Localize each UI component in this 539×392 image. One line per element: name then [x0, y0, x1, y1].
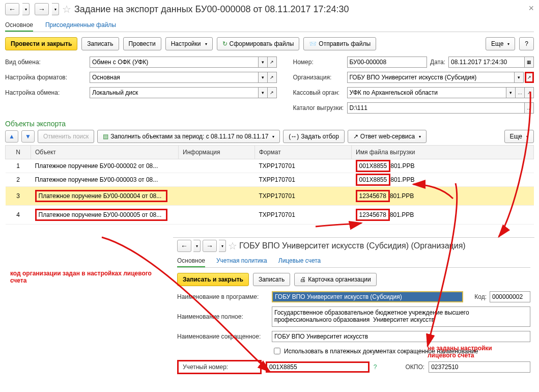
- set-filter-button[interactable]: (↔)Задать отбор: [283, 130, 345, 143]
- post-button[interactable]: Провести: [123, 37, 161, 50]
- sub-tab-main[interactable]: Основное: [177, 255, 205, 267]
- sub-back-dropdown[interactable]: ▾: [193, 240, 201, 252]
- more-label: Еще: [491, 40, 503, 47]
- sub-save-close-button[interactable]: Записать и закрыть: [177, 273, 249, 286]
- okpo-label: ОКПО:: [406, 363, 425, 371]
- acct-label: Учетный номер:: [177, 360, 262, 374]
- save-button[interactable]: Записать: [81, 37, 119, 50]
- more-button[interactable]: Еще▾: [486, 37, 515, 50]
- sub-back-button[interactable]: ←: [177, 240, 191, 252]
- acct-input[interactable]: [266, 361, 370, 373]
- table-row[interactable]: 1 Платежное поручение БУ00-000002 от 08.…: [6, 159, 534, 173]
- exchange-type-label: Вид обмена:: [5, 59, 87, 66]
- exchange-settings-label: Настройка обмена:: [5, 89, 87, 96]
- objects-more-button[interactable]: Еще▾: [504, 130, 534, 143]
- sub-save-button[interactable]: Записать: [253, 273, 290, 286]
- chevron-down-icon: ▾: [507, 42, 509, 46]
- name-full-input[interactable]: [272, 306, 530, 327]
- col-object[interactable]: Объект: [31, 146, 179, 159]
- sub-card-button[interactable]: 🖨Карточка организации: [294, 273, 377, 286]
- send-files-button[interactable]: 📨Отправить файлы: [303, 37, 376, 50]
- tab-main[interactable]: Основное: [5, 19, 33, 32]
- sub-forward-dropdown[interactable]: ▾: [219, 240, 226, 252]
- name-short-input[interactable]: [272, 331, 530, 342]
- fill-period-button[interactable]: ▤Заполнить объектами за период: с 08.11.…: [97, 130, 280, 143]
- sub-title: ГОБУ ВПО Университет искусств (Субсидия)…: [239, 241, 466, 250]
- format-settings-field[interactable]: ▾↗: [90, 72, 277, 83]
- print-icon: 🖨: [300, 276, 306, 283]
- open-icon: ↗: [353, 133, 358, 140]
- move-down-button[interactable]: ▼: [21, 130, 35, 143]
- web-answer-button[interactable]: ↗Ответ web-сервиса▾: [348, 130, 427, 143]
- code-input[interactable]: [490, 291, 530, 302]
- settings-button[interactable]: Настройки▾: [165, 37, 213, 50]
- page-title: Задание на экспорт данных БУ00-000008 от…: [74, 4, 349, 15]
- cancel-search-button[interactable]: Отменить поиск: [38, 130, 94, 143]
- sub-card-label: Карточка организации: [308, 276, 371, 283]
- name-prog-label: Наименование в программе:: [177, 293, 269, 300]
- objects-table: N Объект Информация Формат Имя файла выг…: [5, 145, 534, 225]
- close-button[interactable]: ×: [528, 3, 534, 14]
- sub-tab-accounts[interactable]: Лицевые счета: [278, 255, 321, 267]
- sub-favorite-star-icon[interactable]: ☆: [228, 240, 237, 252]
- back-history-dropdown[interactable]: ▾: [22, 3, 30, 15]
- sub-forward-button[interactable]: →: [203, 240, 217, 252]
- favorite-star-icon[interactable]: ☆: [62, 3, 71, 15]
- col-filename[interactable]: Имя файла выгрузки: [352, 146, 534, 159]
- table-row[interactable]: 2 Платежное поручение БУ00-000003 от 08.…: [6, 173, 534, 187]
- exchange-type-field[interactable]: ▾↗: [90, 57, 277, 68]
- format-settings-label: Настройка форматов:: [5, 74, 87, 81]
- form-files-label: Сформировать файлы: [230, 40, 294, 47]
- annotation-left: код организации задан в настройках лицев…: [10, 270, 168, 284]
- col-format[interactable]: Формат: [255, 146, 352, 159]
- name-full-label: Наименование полное:: [177, 313, 269, 320]
- calendar-button[interactable]: ▦: [525, 57, 534, 68]
- open-org-button[interactable]: ↗: [525, 72, 534, 83]
- more-label: Еще: [510, 133, 522, 140]
- number-label: Номер:: [293, 59, 344, 66]
- fill-period-label: Заполнить объектами за период: с 08.11.1…: [110, 133, 268, 140]
- send-files-label: Отправить файлы: [319, 40, 371, 47]
- send-icon: 📨: [309, 40, 317, 47]
- form-files-button[interactable]: ↻Сформировать файлы: [217, 37, 300, 50]
- org-field[interactable]: ▾↗: [347, 72, 534, 83]
- help-button[interactable]: ?: [519, 37, 534, 50]
- chevron-down-icon: ▾: [205, 42, 207, 46]
- table-icon: ▤: [103, 133, 108, 140]
- refresh-icon: ↻: [222, 40, 228, 47]
- code-label: Код:: [466, 293, 487, 300]
- number-input[interactable]: [347, 57, 428, 68]
- move-up-button[interactable]: ▲: [5, 130, 18, 143]
- forward-history-dropdown[interactable]: ▾: [52, 3, 59, 15]
- objects-title: Объекты экспорта: [5, 120, 534, 128]
- sub-tab-policy[interactable]: Учетная политика: [216, 255, 267, 267]
- tab-files[interactable]: Присоединенные файлы: [45, 19, 116, 32]
- name-short-label: Наименование сокращенное:: [177, 333, 269, 340]
- table-row[interactable]: 4 Платежное поручение БУ00-000005 от 08.…: [6, 206, 534, 225]
- exchange-settings-field[interactable]: ▾↗: [90, 87, 277, 98]
- forward-button[interactable]: →: [35, 3, 49, 15]
- catalog-field[interactable]: …: [347, 102, 534, 114]
- kass-label: Кассовый орган:: [293, 89, 344, 96]
- col-info[interactable]: Информация: [179, 146, 255, 159]
- kass-field[interactable]: ▾…↗: [347, 87, 534, 98]
- settings-label: Настройки: [171, 40, 201, 47]
- annotation-right: не заданы настройки лицевого счета: [428, 345, 519, 359]
- post-and-close-button[interactable]: Провести и закрыть: [5, 37, 77, 50]
- org-label: Организация:: [293, 74, 344, 81]
- col-n[interactable]: N: [6, 146, 31, 159]
- help-icon[interactable]: ?: [374, 363, 377, 371]
- table-row[interactable]: 3 Платежное поручение БУ00-000004 от 08.…: [6, 187, 534, 206]
- date-label: Дата:: [430, 59, 445, 66]
- date-input[interactable]: [448, 57, 525, 68]
- set-filter-label: Задать отбор: [301, 133, 339, 140]
- filter-icon: (↔): [289, 133, 299, 140]
- okpo-input[interactable]: [429, 361, 530, 373]
- web-answer-label: Ответ web-сервиса: [360, 133, 415, 140]
- back-button[interactable]: ←: [5, 3, 19, 15]
- name-prog-input[interactable]: [272, 291, 463, 302]
- catalog-label: Каталог выгрузки:: [293, 104, 344, 111]
